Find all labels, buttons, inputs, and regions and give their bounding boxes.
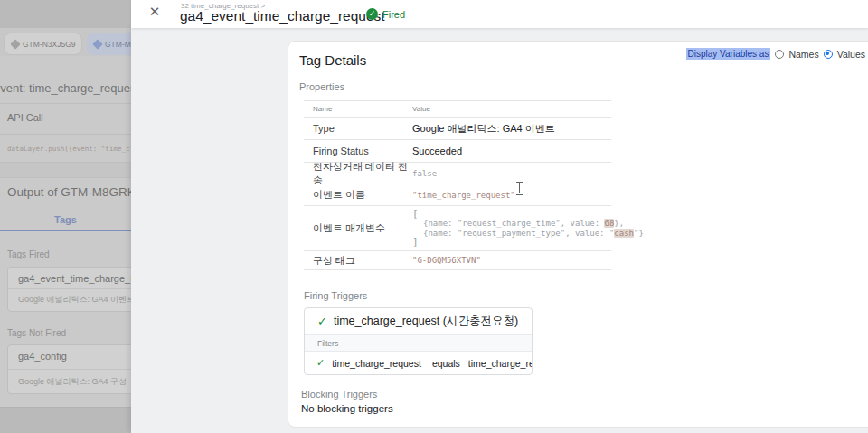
tags-fired-label: Tags Fired — [7, 249, 50, 259]
params-item: {name: "request_charge_time", value: 68}… — [412, 219, 644, 229]
blocking-triggers-label: Blocking Triggers — [301, 389, 377, 400]
params-close: ] — [412, 238, 644, 248]
table-row: 이벤트 매개변수 [ {name: "request_charge_time",… — [304, 206, 611, 251]
prop-value: "time_charge_request" — [412, 191, 611, 200]
col-name: Name — [304, 105, 412, 113]
filters-label: Filters — [317, 339, 338, 348]
trigger-row[interactable]: ✓ time_charge_request (시간충전요청) — [305, 308, 532, 334]
blocking-triggers-empty: No blocking triggers — [301, 403, 393, 414]
fired-tag-name: ga4_event_time_charge_req — [8, 268, 131, 289]
fired-tag-type: Google 애널리틱스: GA4 이벤트 - — [8, 289, 131, 311]
not-fired-tag-name: ga4_config — [8, 345, 131, 370]
radio-values[interactable] — [824, 50, 833, 59]
tag-details-card: Display Variables as Names Values Tag De… — [288, 41, 868, 428]
properties-table: Name Value Type Google 애널리틱스: GA4 이벤트 Fi… — [304, 100, 611, 270]
radio-names[interactable] — [775, 50, 784, 59]
debugger-bottombar — [0, 407, 131, 433]
close-icon[interactable]: ✕ — [146, 4, 163, 20]
section-gap — [0, 162, 131, 178]
prop-name: Type — [304, 123, 412, 134]
gtm-preview-page: GTM-N3XJ5G9 GTM-M8GRKV3 event: time_char… — [0, 0, 868, 433]
table-row: 구성 태그 "G-DGQM56XTVN" — [304, 251, 611, 270]
firing-trigger-card: ✓ time_charge_request (시간충전요청) Filters ✓… — [304, 307, 533, 375]
not-fired-tag-card: ga4_config Google 애널리틱스: GA4 구성 — [7, 344, 131, 394]
tag-detail-body: Display Variables as Names Values Tag De… — [131, 28, 868, 433]
tab-indicator — [0, 230, 131, 231]
params-item: {name: "request_payment_type", value: "c… — [412, 229, 644, 239]
container-tab-label: GTM-M8GRKV3 — [105, 40, 131, 49]
param-value-highlight: cash — [614, 229, 634, 238]
display-variables-control: Display Variables as Names Values — [686, 48, 865, 60]
prop-name: 전자상거래 데이터 전송 — [304, 160, 412, 187]
table-row: Type Google 애널리틱스: GA4 이벤트 — [304, 118, 611, 140]
output-heading: Output of GTM-M8GRKV3 — [7, 185, 131, 199]
prop-name: 이벤트 이름 — [304, 188, 412, 202]
page-title: ga4_event_time_charge_request — [180, 8, 385, 24]
container-tab-label: GTM-N3XJ5G9 — [23, 40, 76, 49]
fired-tag-card: ga4_event_time_charge_req Google 애널리틱스: … — [7, 267, 131, 312]
tab-tags: Tags — [0, 214, 131, 225]
filters-header: Filters — [305, 334, 532, 352]
table-header-row: Name Value — [304, 101, 611, 118]
api-call-row: API Call — [7, 112, 43, 123]
datalayer-code: dataLayer.push({event: "time_c — [7, 145, 129, 153]
check-icon: ✓ — [316, 358, 325, 368]
firing-triggers-label: Firing Triggers — [304, 290, 367, 301]
container-tabs-row: GTM-N3XJ5G9 GTM-M8GRKV3 — [0, 28, 131, 56]
gtm-diamond-icon — [10, 39, 20, 49]
debugger-topbar — [0, 0, 131, 28]
event-heading: event: time_charge_request — [0, 81, 131, 95]
prop-value-params: [ {name: "request_charge_time", value: 6… — [412, 206, 644, 251]
prop-value: Google 애널리틱스: GA4 이벤트 — [412, 122, 611, 136]
gtm-diamond-icon — [92, 39, 102, 49]
col-value: Value — [412, 105, 611, 113]
container-tab-gtm-m8grkv3: GTM-M8GRKV3 — [87, 33, 131, 55]
prop-value: Succeeded — [412, 146, 611, 156]
filter-operator: equals — [432, 358, 460, 369]
prop-value: "G-DGQM56XTVN" — [412, 256, 611, 265]
param-value-highlight: 68 — [604, 219, 614, 228]
text-cursor-icon — [515, 182, 524, 193]
prop-name: 이벤트 매개변수 — [304, 221, 412, 235]
fired-check-icon: ✓ — [366, 8, 378, 20]
check-icon: ✓ — [317, 315, 327, 327]
filter-row: ✓ time_charge_request equals time_charge… — [305, 352, 532, 374]
radio-values-label[interactable]: Values — [837, 49, 865, 60]
display-variables-label: Display Variables as — [686, 48, 771, 60]
properties-label: Properties — [299, 81, 344, 92]
prop-name: Firing Status — [304, 146, 412, 156]
divider — [0, 134, 131, 135]
prop-name: 구성 태그 — [304, 254, 412, 268]
filter-right: time_charge_request — [468, 358, 533, 369]
radio-names-label[interactable]: Names — [788, 49, 818, 60]
not-fired-tag-type: Google 애널리틱스: GA4 구성 — [8, 370, 131, 393]
filter-left: time_charge_request — [332, 358, 421, 369]
container-tab-gtm-n3xj5g9: GTM-N3XJ5G9 — [4, 33, 82, 55]
table-row: 전자상거래 데이터 전송 false — [304, 163, 611, 184]
tags-not-fired-label: Tags Not Fired — [7, 328, 66, 338]
trigger-name: time_charge_request (시간충전요청) — [334, 314, 518, 329]
status-badge: Fired — [382, 9, 405, 20]
table-row: 이벤트 이름 "time_charge_request" — [304, 184, 611, 206]
section-title: Tag Details — [299, 52, 366, 68]
params-open: [ — [412, 210, 644, 220]
prop-value: false — [412, 169, 611, 178]
dimmed-debugger-panel: GTM-N3XJ5G9 GTM-M8GRKV3 event: time_char… — [0, 0, 131, 433]
divider — [0, 103, 131, 104]
tag-detail-header: ✕ 32 time_charge_request > ga4_event_tim… — [131, 0, 868, 28]
